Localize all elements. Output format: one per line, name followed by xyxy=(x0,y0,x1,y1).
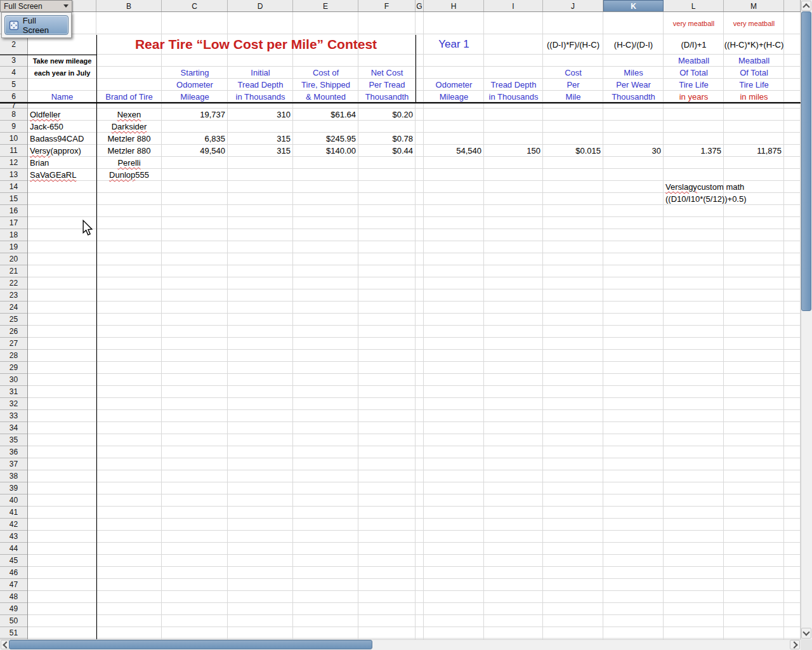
cell-K11[interactable]: 30 xyxy=(603,145,664,157)
row-header-6[interactable]: 6 xyxy=(0,91,27,102)
row-header-42[interactable]: 42 xyxy=(0,519,27,531)
cell-A6[interactable]: Name xyxy=(28,91,96,102)
cell-F11[interactable]: $0.44 xyxy=(358,145,416,157)
row-header-15[interactable]: 15 xyxy=(0,193,27,205)
row-header-33[interactable]: 33 xyxy=(0,410,27,422)
cell-A13[interactable]: SaVaGEaRL xyxy=(28,169,96,181)
row-header-25[interactable]: 25 xyxy=(0,314,27,326)
row-header-44[interactable]: 44 xyxy=(0,543,27,555)
cell-M4[interactable]: Of Total xyxy=(724,67,784,79)
row-header-45[interactable]: 45 xyxy=(0,555,27,567)
row-header-39[interactable]: 39 xyxy=(0,482,27,494)
cell-K5[interactable]: Per Wear xyxy=(603,79,664,91)
cell-M11[interactable]: 11,875 xyxy=(724,145,784,157)
cell-I11[interactable]: 150 xyxy=(484,145,543,157)
cell-A12[interactable]: Brian xyxy=(28,157,96,169)
row-header-14[interactable]: 14 xyxy=(0,181,27,193)
fullscreen-toolbar-titlebar[interactable]: Full Screen xyxy=(0,0,72,12)
cell-D10[interactable]: 315 xyxy=(228,133,293,145)
row-header-27[interactable]: 27 xyxy=(0,338,27,350)
cell-E8[interactable]: $61.64 xyxy=(293,109,358,121)
row-header-41[interactable]: 41 xyxy=(0,507,27,519)
cell-C6[interactable]: Mileage xyxy=(162,91,228,102)
cell-L5[interactable]: Tire Life xyxy=(664,79,724,91)
row-header-35[interactable]: 35 xyxy=(0,434,27,446)
column-header-D[interactable]: D xyxy=(228,0,293,12)
cell-H2[interactable]: Year 1 xyxy=(424,34,484,55)
row-header-28[interactable]: 28 xyxy=(0,350,27,362)
row-header-12[interactable]: 12 xyxy=(0,157,27,169)
cell-E6[interactable]: & Mounted xyxy=(293,91,358,102)
cell-D8[interactable]: 310 xyxy=(228,109,293,121)
cell-C11[interactable]: 49,540 xyxy=(162,145,228,157)
cell-H6[interactable]: Mileage xyxy=(424,91,484,102)
row-header-46[interactable]: 46 xyxy=(0,567,27,579)
cell-A8[interactable]: Oldfeller xyxy=(28,109,96,121)
cell-B12[interactable]: Perelli xyxy=(96,157,162,169)
row-header-34[interactable]: 34 xyxy=(0,422,27,434)
cell-D6[interactable]: in Thousands xyxy=(228,91,293,102)
cell-D11[interactable]: 315 xyxy=(228,145,293,157)
cell-A10[interactable]: Badass94CAD xyxy=(28,133,96,145)
column-header-E[interactable]: E xyxy=(293,0,358,12)
row-header-26[interactable]: 26 xyxy=(0,326,27,338)
row-header-37[interactable]: 37 xyxy=(0,458,27,470)
scroll-up-button[interactable] xyxy=(801,1,811,11)
cell-L15[interactable]: ((D10/I10*(5/12))+0.5) xyxy=(664,193,724,205)
row-header-22[interactable]: 22 xyxy=(0,277,27,289)
cell-L2[interactable]: (D/I)+1 xyxy=(664,34,724,55)
row-header-4[interactable]: 4 xyxy=(0,67,27,79)
cell-B11[interactable]: Metzler 880 xyxy=(96,145,162,157)
row-header-36[interactable]: 36 xyxy=(0,446,27,458)
cell-J2[interactable]: ((D-I)*F)/(H-C) xyxy=(543,34,603,55)
cell-J11[interactable]: $0.015 xyxy=(543,145,603,157)
cell-L4[interactable]: Of Total xyxy=(664,67,724,79)
cell-E10[interactable]: $245.95 xyxy=(293,133,358,145)
cell-L14[interactable]: Verslagy custom math xyxy=(664,181,724,193)
cell-L3[interactable]: Meatball xyxy=(664,55,724,67)
scroll-left-button[interactable] xyxy=(1,640,10,649)
cell-K6[interactable]: Thousandth xyxy=(603,91,664,102)
column-header-K[interactable]: K xyxy=(603,0,664,12)
row-header-38[interactable]: 38 xyxy=(0,470,27,482)
row-header-30[interactable]: 30 xyxy=(0,374,27,386)
cell-H11[interactable]: 54,540 xyxy=(424,145,484,157)
row-header-50[interactable]: 50 xyxy=(0,615,27,627)
cell-F8[interactable]: $0.20 xyxy=(358,109,416,121)
cell-I6[interactable]: in Thousands xyxy=(484,91,543,102)
cell-M6[interactable]: in miles xyxy=(724,91,784,102)
cell-M5[interactable]: Tire Life xyxy=(724,79,784,91)
vertical-scrollbar-thumb[interactable] xyxy=(801,11,811,311)
cell-M1[interactable]: very meatball xyxy=(724,12,784,34)
cell-C5[interactable]: Odometer xyxy=(162,79,228,91)
horizontal-scrollbar-thumb[interactable] xyxy=(9,640,372,649)
cell-E11[interactable]: $140.00 xyxy=(293,145,358,157)
cell-B13[interactable]: Dunlop 555 xyxy=(96,169,162,181)
cell-B2[interactable]: Rear Tire “Low Cost per Mile” Contest xyxy=(96,34,416,55)
row-header-24[interactable]: 24 xyxy=(0,302,27,314)
row-header-51[interactable]: 51 xyxy=(0,627,27,639)
column-header-M[interactable]: M xyxy=(724,0,784,12)
cell-F5[interactable]: Per Tread xyxy=(358,79,416,91)
row-header-11[interactable]: 11 xyxy=(0,145,27,157)
row-header-49[interactable]: 49 xyxy=(0,603,27,615)
fullscreen-button[interactable]: Full Screen xyxy=(4,15,69,35)
cell-K4[interactable]: Miles xyxy=(603,67,664,79)
scroll-down-button[interactable] xyxy=(801,628,811,639)
scroll-right-button[interactable] xyxy=(790,640,800,649)
cell-J5[interactable]: Per xyxy=(543,79,603,91)
row-header-19[interactable]: 19 xyxy=(0,241,27,253)
cell-E5[interactable]: Tire, Shipped xyxy=(293,79,358,91)
cell-C10[interactable]: 6,835 xyxy=(162,133,228,145)
cell-B9[interactable]: Darksider xyxy=(96,121,162,133)
column-header-B[interactable]: B xyxy=(96,0,162,12)
row-header-18[interactable]: 18 xyxy=(0,229,27,241)
cell-L6[interactable]: in years xyxy=(664,91,724,102)
cell-F6[interactable]: Thousandth xyxy=(358,91,416,102)
row-header-23[interactable]: 23 xyxy=(0,289,27,302)
cell-A3[interactable]: Take new mileage xyxy=(28,55,96,67)
cell-C8[interactable]: 19,737 xyxy=(162,109,228,121)
cell-B6[interactable]: Brand of Tire xyxy=(96,91,162,102)
cell-J4[interactable]: Cost xyxy=(543,67,603,79)
row-header-29[interactable]: 29 xyxy=(0,362,27,374)
